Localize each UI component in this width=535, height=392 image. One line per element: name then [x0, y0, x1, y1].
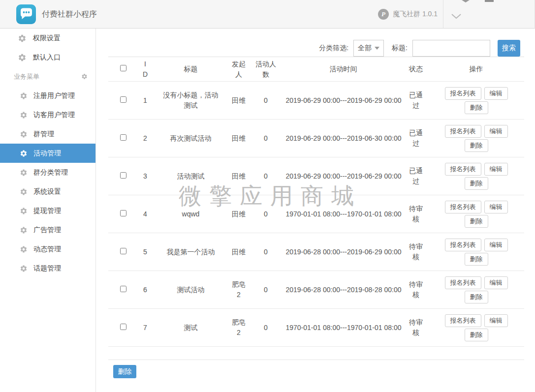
- title-search-input[interactable]: [412, 40, 490, 57]
- sidebar-item[interactable]: 活动管理: [0, 144, 95, 163]
- signup-list-button[interactable]: 报名列表: [445, 163, 481, 176]
- row-checkbox[interactable]: [120, 324, 126, 330]
- delete-row-button[interactable]: 删除: [465, 177, 488, 190]
- signup-list-button[interactable]: 报名列表: [445, 239, 481, 251]
- category-filter-label: 分类筛选:: [319, 44, 348, 53]
- cell-id: 2: [138, 120, 153, 157]
- gear-icon: [20, 169, 28, 177]
- top-header: 付费社群小程序 P 魔飞社群 1.0.1: [0, 0, 535, 29]
- sidebar-item[interactable]: 注册用户管理: [0, 86, 95, 105]
- row-checkbox[interactable]: [120, 248, 126, 254]
- gear-icon: [18, 34, 27, 43]
- bulk-delete-button[interactable]: 删除: [113, 365, 136, 378]
- signup-list-button[interactable]: 报名列表: [445, 276, 481, 289]
- table-row: 2 再次测试活动 田维 0 2019-06-29 00:00---2019-06…: [108, 120, 524, 157]
- sidebar: 权限设置 默认入口 业务菜单 注册用户管理 访客用户管理 群管理 活动管理: [0, 29, 96, 392]
- cell-participants: 0: [249, 195, 283, 233]
- select-all-checkbox[interactable]: [120, 65, 126, 71]
- row-checkbox[interactable]: [120, 172, 126, 179]
- sidebar-item[interactable]: 话题管理: [0, 259, 95, 278]
- cell-status: 待审核: [408, 317, 424, 338]
- cell-title: 测试活动: [177, 285, 205, 295]
- row-checkbox[interactable]: [120, 286, 126, 292]
- cell-title: 活动测试: [177, 171, 205, 181]
- gear-icon: [20, 92, 28, 100]
- table-row: 5 我是第一个活动 田维 0 2019-06-28 00:00---2019-0…: [108, 233, 524, 271]
- sidebar-item-label: 话题管理: [33, 264, 61, 273]
- row-checkbox[interactable]: [120, 134, 126, 141]
- sidebar-item-label: 提现管理: [33, 207, 61, 215]
- gear-icon: [20, 150, 28, 157]
- table-header-row: I D 标题 发起 人 活动人 数 活动时间 状态 操作: [108, 57, 524, 82]
- gear-icon: [20, 111, 28, 119]
- signup-list-button[interactable]: 报名列表: [445, 87, 481, 100]
- cell-id: 4: [138, 195, 153, 233]
- sidebar-item-label: 注册用户管理: [33, 91, 75, 100]
- sidebar-item-label: 权限设置: [33, 34, 61, 43]
- cell-time: 2019-06-29 00:00---2019-06-29 00:00: [283, 171, 404, 181]
- table-row: 4 wqwd 田维 0 1970-01-01 08:00---1970-01-0…: [108, 195, 524, 233]
- filter-bar: 分类筛选: 全部 标题: 搜索: [319, 39, 520, 57]
- cell-title: 我是第一个活动: [167, 247, 215, 257]
- chevron-down-icon[interactable]: [451, 12, 462, 21]
- row-checkbox[interactable]: [120, 210, 126, 216]
- sidebar-item[interactable]: 动态管理: [0, 240, 95, 259]
- table-row: 1 没有小标题，活动测试 田维 0 2019-06-29 00:00---201…: [108, 82, 524, 120]
- sidebar-item[interactable]: 权限设置: [0, 29, 95, 48]
- edit-button[interactable]: 编辑: [484, 163, 508, 176]
- edit-button[interactable]: 编辑: [484, 125, 508, 138]
- gear-icon: [20, 207, 28, 215]
- header-participants: 活动人 数: [249, 57, 283, 82]
- cell-id: 1: [138, 82, 153, 120]
- sidebar-item[interactable]: 访客用户管理: [0, 105, 95, 124]
- cell-id: 7: [138, 309, 153, 347]
- delete-row-button[interactable]: 删除: [465, 101, 488, 114]
- delete-row-button[interactable]: 删除: [465, 253, 488, 266]
- cell-title: 再次测试活动: [170, 133, 212, 144]
- sidebar-item-label: 活动管理: [33, 149, 61, 158]
- gear-icon: [18, 53, 27, 62]
- cell-status: 已通过: [408, 166, 424, 186]
- category-select[interactable]: 全部: [353, 40, 384, 57]
- sidebar-item[interactable]: 群分类管理: [0, 163, 95, 182]
- cell-id: 6: [138, 271, 153, 309]
- edit-button[interactable]: 编辑: [484, 276, 508, 289]
- sidebar-item-label: 系统设置: [33, 187, 61, 196]
- signup-list-button[interactable]: 报名列表: [445, 125, 481, 138]
- cell-status: 已通过: [408, 128, 424, 149]
- header-actions: 操作: [428, 57, 524, 82]
- sidebar-item-label: 群管理: [33, 130, 54, 139]
- edit-button[interactable]: 编辑: [484, 314, 508, 327]
- edit-button[interactable]: 编辑: [484, 239, 508, 251]
- cell-initiator: 田维: [230, 133, 247, 144]
- delete-row-button[interactable]: 删除: [465, 139, 488, 152]
- sidebar-item[interactable]: 默认入口: [0, 48, 95, 67]
- edit-button[interactable]: 编辑: [484, 201, 508, 213]
- sidebar-section-label: 业务菜单: [14, 72, 39, 81]
- row-checkbox[interactable]: [120, 96, 126, 103]
- signup-list-button[interactable]: 报名列表: [445, 314, 481, 327]
- category-select-value: 全部: [358, 44, 372, 53]
- sidebar-section-header: 业务菜单: [0, 67, 95, 86]
- cell-initiator: 肥皂2: [230, 279, 247, 300]
- gear-icon: [20, 265, 28, 272]
- delete-row-button[interactable]: 删除: [465, 291, 488, 303]
- delete-row-button[interactable]: 删除: [465, 329, 488, 341]
- cell-id: 5: [138, 233, 153, 271]
- activities-table: I D 标题 发起 人 活动人 数 活动时间 状态 操作 1 没有小标题，活动测…: [108, 57, 524, 347]
- search-button[interactable]: 搜索: [498, 40, 520, 57]
- cell-time: 1970-01-01 08:00---1970-01-01 08:00: [283, 209, 404, 219]
- sidebar-item[interactable]: 群管理: [0, 124, 95, 144]
- sidebar-item[interactable]: 系统设置: [0, 182, 95, 201]
- sidebar-item[interactable]: 广告管理: [0, 220, 95, 240]
- gear-icon: [20, 188, 28, 196]
- cell-initiator: 田维: [230, 209, 247, 219]
- section-settings-gear-icon[interactable]: [81, 73, 88, 80]
- cell-initiator: 肥皂2: [230, 317, 247, 338]
- delete-row-button[interactable]: 删除: [465, 215, 488, 228]
- gear-icon: [20, 130, 28, 138]
- header-id: I D: [138, 57, 153, 82]
- edit-button[interactable]: 编辑: [484, 87, 508, 100]
- signup-list-button[interactable]: 报名列表: [445, 201, 481, 213]
- sidebar-item[interactable]: 提现管理: [0, 201, 95, 220]
